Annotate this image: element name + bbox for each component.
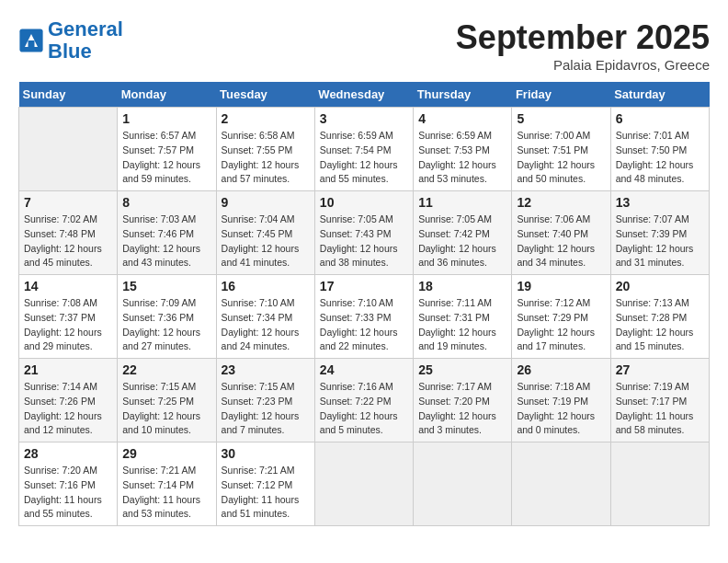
- days-header-row: SundayMondayTuesdayWednesdayThursdayFrid…: [19, 82, 710, 108]
- day-header-tuesday: Tuesday: [216, 82, 314, 108]
- calendar-cell: 16Sunrise: 7:10 AM Sunset: 7:34 PM Dayli…: [216, 275, 314, 359]
- calendar-cell: 28Sunrise: 7:20 AM Sunset: 7:16 PM Dayli…: [19, 442, 118, 526]
- day-info: Sunrise: 7:02 AM Sunset: 7:48 PM Dayligh…: [24, 213, 112, 270]
- day-info: Sunrise: 7:07 AM Sunset: 7:39 PM Dayligh…: [616, 213, 704, 270]
- week-row-1: 1Sunrise: 6:57 AM Sunset: 7:57 PM Daylig…: [19, 108, 710, 191]
- calendar-cell: 24Sunrise: 7:16 AM Sunset: 7:22 PM Dayli…: [314, 359, 413, 442]
- calendar-cell: 8Sunrise: 7:03 AM Sunset: 7:46 PM Daylig…: [118, 191, 216, 275]
- day-info: Sunrise: 7:06 AM Sunset: 7:40 PM Dayligh…: [517, 213, 605, 270]
- calendar-cell: 2Sunrise: 6:58 AM Sunset: 7:55 PM Daylig…: [216, 108, 314, 191]
- svg-rect-2: [28, 40, 35, 47]
- calendar-cell: 20Sunrise: 7:13 AM Sunset: 7:28 PM Dayli…: [610, 275, 709, 359]
- day-number: 27: [616, 362, 704, 377]
- calendar-cell: 19Sunrise: 7:12 AM Sunset: 7:29 PM Dayli…: [512, 275, 610, 359]
- day-header-thursday: Thursday: [414, 82, 512, 108]
- day-info: Sunrise: 7:13 AM Sunset: 7:28 PM Dayligh…: [616, 296, 704, 354]
- day-number: 19: [517, 279, 605, 293]
- calendar-cell: [414, 442, 512, 526]
- calendar-cell: 22Sunrise: 7:15 AM Sunset: 7:25 PM Dayli…: [118, 359, 216, 442]
- calendar-cell: [314, 442, 413, 526]
- day-number: 21: [24, 362, 112, 377]
- calendar-cell: 27Sunrise: 7:19 AM Sunset: 7:17 PM Dayli…: [610, 359, 709, 442]
- day-info: Sunrise: 7:05 AM Sunset: 7:42 PM Dayligh…: [418, 213, 506, 270]
- day-info: Sunrise: 7:00 AM Sunset: 7:51 PM Dayligh…: [517, 129, 605, 187]
- calendar-cell: 9Sunrise: 7:04 AM Sunset: 7:45 PM Daylig…: [216, 191, 314, 275]
- day-info: Sunrise: 6:57 AM Sunset: 7:57 PM Dayligh…: [122, 129, 210, 187]
- day-number: 5: [517, 111, 605, 126]
- calendar-cell: 10Sunrise: 7:05 AM Sunset: 7:43 PM Dayli…: [314, 191, 413, 275]
- day-header-saturday: Saturday: [610, 82, 709, 108]
- day-info: Sunrise: 6:58 AM Sunset: 7:55 PM Dayligh…: [222, 129, 310, 187]
- calendar-cell: [610, 442, 709, 526]
- day-number: 16: [222, 279, 310, 293]
- day-number: 7: [24, 195, 112, 210]
- week-row-4: 21Sunrise: 7:14 AM Sunset: 7:26 PM Dayli…: [19, 359, 710, 442]
- day-info: Sunrise: 7:20 AM Sunset: 7:16 PM Dayligh…: [24, 464, 112, 522]
- day-number: 29: [122, 446, 210, 461]
- day-number: 1: [122, 111, 210, 126]
- day-info: Sunrise: 7:04 AM Sunset: 7:45 PM Dayligh…: [222, 213, 310, 270]
- month-title: September 2025: [456, 18, 710, 57]
- day-number: 18: [418, 279, 506, 293]
- day-info: Sunrise: 7:10 AM Sunset: 7:33 PM Dayligh…: [320, 296, 408, 354]
- day-info: Sunrise: 7:14 AM Sunset: 7:26 PM Dayligh…: [24, 380, 112, 438]
- day-number: 14: [24, 279, 112, 293]
- day-number: 9: [222, 195, 310, 210]
- week-row-2: 7Sunrise: 7:02 AM Sunset: 7:48 PM Daylig…: [19, 191, 710, 275]
- calendar-cell: 3Sunrise: 6:59 AM Sunset: 7:54 PM Daylig…: [314, 108, 413, 191]
- calendar-cell: 17Sunrise: 7:10 AM Sunset: 7:33 PM Dayli…: [314, 275, 413, 359]
- day-number: 24: [320, 362, 408, 377]
- day-number: 22: [122, 362, 210, 377]
- day-number: 8: [122, 195, 210, 210]
- calendar-cell: 18Sunrise: 7:11 AM Sunset: 7:31 PM Dayli…: [414, 275, 512, 359]
- day-info: Sunrise: 7:21 AM Sunset: 7:12 PM Dayligh…: [222, 464, 310, 522]
- day-number: 11: [418, 195, 506, 210]
- calendar-cell: 23Sunrise: 7:15 AM Sunset: 7:23 PM Dayli…: [216, 359, 314, 442]
- day-number: 6: [616, 111, 704, 126]
- day-number: 23: [222, 362, 310, 377]
- day-info: Sunrise: 7:08 AM Sunset: 7:37 PM Dayligh…: [24, 296, 112, 354]
- day-number: 28: [24, 446, 112, 461]
- calendar-cell: 5Sunrise: 7:00 AM Sunset: 7:51 PM Daylig…: [512, 108, 610, 191]
- day-number: 20: [616, 279, 704, 293]
- calendar-cell: 6Sunrise: 7:01 AM Sunset: 7:50 PM Daylig…: [610, 108, 709, 191]
- calendar-cell: 29Sunrise: 7:21 AM Sunset: 7:14 PM Dayli…: [118, 442, 216, 526]
- day-info: Sunrise: 7:15 AM Sunset: 7:23 PM Dayligh…: [222, 380, 310, 438]
- day-header-friday: Friday: [512, 82, 610, 108]
- day-number: 12: [517, 195, 605, 210]
- day-number: 10: [320, 195, 408, 210]
- logo-line1: General: [48, 17, 123, 40]
- day-info: Sunrise: 7:17 AM Sunset: 7:20 PM Dayligh…: [418, 380, 506, 438]
- location-subtitle: Palaia Epidavros, Greece: [456, 57, 710, 73]
- day-info: Sunrise: 7:05 AM Sunset: 7:43 PM Dayligh…: [320, 213, 408, 270]
- logo: General Blue: [18, 18, 123, 63]
- day-info: Sunrise: 7:01 AM Sunset: 7:50 PM Dayligh…: [616, 129, 704, 187]
- day-number: 26: [517, 362, 605, 377]
- day-info: Sunrise: 7:16 AM Sunset: 7:22 PM Dayligh…: [320, 380, 408, 438]
- title-block: September 2025 Palaia Epidavros, Greece: [456, 18, 710, 73]
- day-number: 2: [222, 111, 310, 126]
- page-header: General Blue September 2025 Palaia Epida…: [18, 18, 710, 73]
- day-number: 13: [616, 195, 704, 210]
- day-info: Sunrise: 7:12 AM Sunset: 7:29 PM Dayligh…: [517, 296, 605, 354]
- day-number: 4: [418, 111, 506, 126]
- logo-line2: Blue: [48, 40, 92, 63]
- day-info: Sunrise: 6:59 AM Sunset: 7:53 PM Dayligh…: [418, 129, 506, 187]
- day-number: 30: [222, 446, 310, 461]
- week-row-5: 28Sunrise: 7:20 AM Sunset: 7:16 PM Dayli…: [19, 442, 710, 526]
- calendar-cell: 21Sunrise: 7:14 AM Sunset: 7:26 PM Dayli…: [19, 359, 118, 442]
- day-info: Sunrise: 7:15 AM Sunset: 7:25 PM Dayligh…: [122, 380, 210, 438]
- logo-text: General Blue: [48, 18, 123, 63]
- day-number: 15: [122, 279, 210, 293]
- day-info: Sunrise: 7:09 AM Sunset: 7:36 PM Dayligh…: [122, 296, 210, 354]
- logo-icon: [18, 28, 44, 53]
- calendar-cell: 15Sunrise: 7:09 AM Sunset: 7:36 PM Dayli…: [118, 275, 216, 359]
- calendar-cell: 11Sunrise: 7:05 AM Sunset: 7:42 PM Dayli…: [414, 191, 512, 275]
- calendar-cell: 1Sunrise: 6:57 AM Sunset: 7:57 PM Daylig…: [118, 108, 216, 191]
- day-info: Sunrise: 7:18 AM Sunset: 7:19 PM Dayligh…: [517, 380, 605, 438]
- calendar-cell: 4Sunrise: 6:59 AM Sunset: 7:53 PM Daylig…: [414, 108, 512, 191]
- day-header-wednesday: Wednesday: [314, 82, 413, 108]
- day-number: 3: [320, 111, 408, 126]
- calendar-cell: 25Sunrise: 7:17 AM Sunset: 7:20 PM Dayli…: [414, 359, 512, 442]
- calendar-cell: 30Sunrise: 7:21 AM Sunset: 7:12 PM Dayli…: [216, 442, 314, 526]
